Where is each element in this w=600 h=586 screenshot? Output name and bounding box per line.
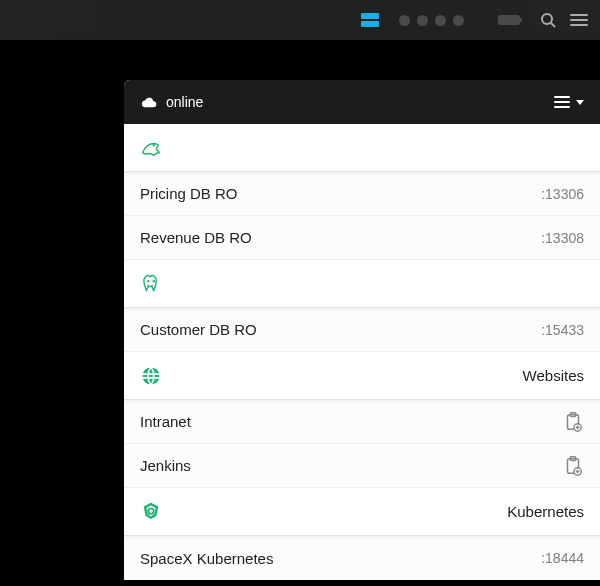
- section-header-postgres[interactable]: [124, 260, 600, 308]
- section-header-websites[interactable]: Websites: [124, 352, 600, 400]
- postgres-elephant-icon: [140, 273, 162, 295]
- window-menu-button[interactable]: [554, 96, 584, 108]
- cloud-icon: [140, 96, 158, 108]
- chevron-down-icon: [576, 100, 584, 105]
- svg-point-3: [148, 280, 149, 281]
- section-header-kubernetes[interactable]: Kubernetes: [124, 488, 600, 536]
- status-dots: [399, 15, 464, 26]
- kubernetes-icon: [140, 501, 162, 523]
- svg-point-4: [153, 280, 154, 281]
- section-header-mysql[interactable]: [124, 124, 600, 172]
- list-item[interactable]: Jenkins: [124, 444, 600, 488]
- list-item[interactable]: Revenue DB RO :13308: [124, 216, 600, 260]
- item-port: :15433: [541, 322, 584, 338]
- item-name: Revenue DB RO: [140, 229, 541, 246]
- item-port: :13306: [541, 186, 584, 202]
- window-header: online: [124, 80, 600, 124]
- app-window: online Pricing DB RO :13306 Revenue DB R…: [124, 80, 600, 580]
- svg-line-1: [551, 23, 555, 27]
- menu-icon: [554, 96, 570, 108]
- svg-point-2: [153, 144, 154, 145]
- clipboard-add-icon[interactable]: [562, 411, 584, 433]
- server-icon[interactable]: [361, 13, 379, 27]
- item-port: :18444: [541, 550, 584, 566]
- system-toolbar: [0, 0, 600, 40]
- item-name: Jenkins: [140, 457, 562, 474]
- mysql-dolphin-icon: [140, 137, 162, 159]
- battery-icon: [498, 15, 520, 25]
- svg-point-0: [542, 14, 552, 24]
- list-item[interactable]: Customer DB RO :15433: [124, 308, 600, 352]
- item-name: Pricing DB RO: [140, 185, 541, 202]
- list-item[interactable]: SpaceX Kubernetes :18444: [124, 536, 600, 580]
- item-name: Intranet: [140, 413, 562, 430]
- menu-icon[interactable]: [570, 14, 588, 26]
- item-port: :13308: [541, 230, 584, 246]
- clipboard-add-icon[interactable]: [562, 455, 584, 477]
- item-name: Customer DB RO: [140, 321, 541, 338]
- list-item[interactable]: Intranet: [124, 400, 600, 444]
- connection-status: online: [166, 94, 554, 110]
- section-label: Kubernetes: [507, 503, 584, 520]
- section-label: Websites: [523, 367, 584, 384]
- search-icon[interactable]: [540, 12, 556, 28]
- item-name: SpaceX Kubernetes: [140, 550, 541, 567]
- globe-icon: [140, 365, 162, 387]
- list-item[interactable]: Pricing DB RO :13306: [124, 172, 600, 216]
